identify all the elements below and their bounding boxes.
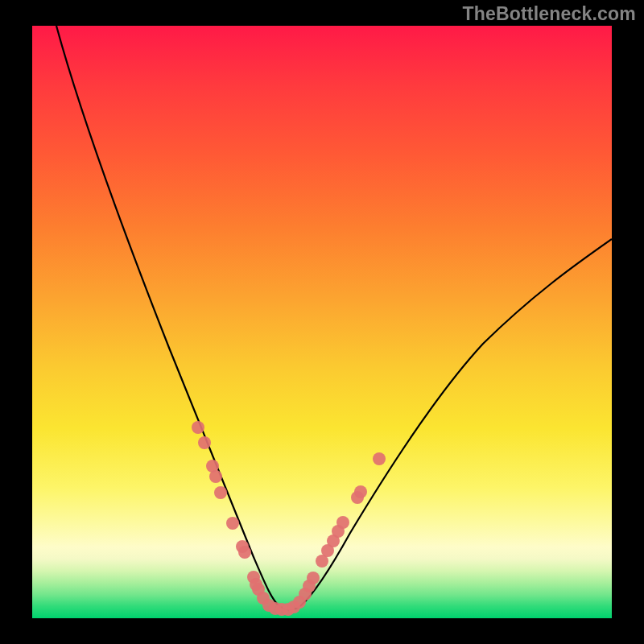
watermark-text: TheBottleneck.com xyxy=(462,3,636,25)
marker-dot xyxy=(336,516,349,529)
marker-dot xyxy=(354,485,367,498)
marker-dot xyxy=(238,546,251,559)
marker-dot xyxy=(209,470,222,483)
marker-dot xyxy=(198,436,211,449)
marker-dot xyxy=(226,517,239,530)
marker-dot xyxy=(214,486,227,499)
curve-svg xyxy=(32,26,612,618)
marker-dot xyxy=(373,452,386,465)
marker-group xyxy=(192,421,386,616)
marker-dot xyxy=(192,421,204,434)
chart-container: TheBottleneck.com xyxy=(0,0,644,644)
marker-dot xyxy=(307,572,320,584)
main-curve-path xyxy=(56,26,612,610)
plot-area xyxy=(32,26,612,618)
